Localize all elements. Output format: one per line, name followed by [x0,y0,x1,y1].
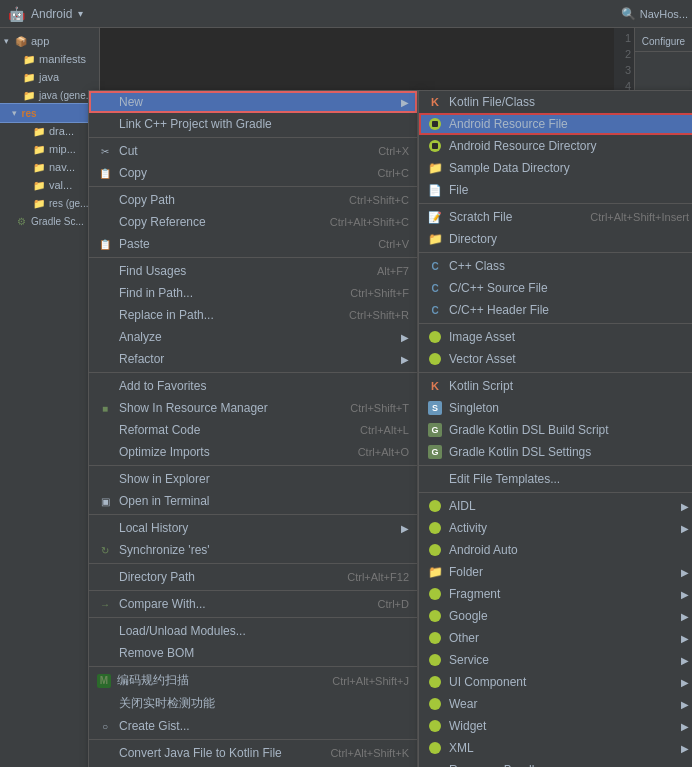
submenu-label-widget: Widget [449,719,677,733]
search-icon[interactable]: 🔍 [620,6,636,22]
submenu-label-google: Google [449,609,677,623]
tree-item-manifests[interactable]: 📁 manifests [0,50,99,68]
menu-item-analyze[interactable]: Analyze ▶ [89,326,417,348]
menu-item-convert-kotlin[interactable]: Convert Java File to Kotlin File Ctrl+Al… [89,742,417,764]
submenu-item-android-auto[interactable]: Android Auto [419,539,692,561]
tree-item-app[interactable]: ▾ 📦 app [0,32,99,50]
submenu-item-directory[interactable]: 📁 Directory [419,228,692,250]
sub-separator-5 [419,465,692,466]
submenu-item-vector-asset[interactable]: Vector Asset [419,348,692,370]
menu-item-open-terminal[interactable]: ▣ Open in Terminal [89,490,417,512]
submenu-item-sample-data-dir[interactable]: 📁 Sample Data Directory [419,157,692,179]
submenu-item-aidl[interactable]: AIDL ▶ [419,495,692,517]
svg-point-12 [429,654,441,666]
submenu-label-scratch-file: Scratch File [449,210,590,224]
manifests-icon: 📁 [22,52,36,66]
sample-data-icon: 📁 [427,160,443,176]
menu-label-refactor: Refactor [119,352,397,366]
submenu-item-widget[interactable]: Widget ▶ [419,715,692,737]
separator-1 [89,137,417,138]
submenu-item-file[interactable]: 📄 File [419,179,692,201]
copy-path-shortcut: Ctrl+Shift+C [349,194,409,206]
submenu-item-scratch-file[interactable]: 📝 Scratch File Ctrl+Alt+Shift+Insert [419,206,692,228]
submenu-item-cpp-header[interactable]: C C/C++ Header File [419,299,692,321]
tree-item-res[interactable]: ▾ res [0,104,99,122]
menu-item-find-usages[interactable]: Find Usages Alt+F7 [89,260,417,282]
menu-item-optimize-imports[interactable]: Optimize Imports Ctrl+Alt+O [89,441,417,463]
submenu-label-other: Other [449,631,677,645]
menu-item-remove-bom[interactable]: Remove BOM [89,642,417,664]
submenu-item-android-resource-dir[interactable]: Android Resource Directory [419,135,692,157]
menu-item-synchronize[interactable]: ↻ Synchronize 'res' [89,539,417,561]
tree-item-drawable[interactable]: 📁 dra... [0,122,99,140]
submenu-item-image-asset[interactable]: Image Asset [419,326,692,348]
tree-item-java-generated[interactable]: 📁 java (gene... [0,86,99,104]
submenu-item-resource-bundle[interactable]: Resource Bundle [419,759,692,767]
submenu-item-cpp-class[interactable]: C C++ Class [419,255,692,277]
submenu-item-kotlin-script[interactable]: K Kotlin Script [419,375,692,397]
menu-item-code-scan[interactable]: M 编码规约扫描 Ctrl+Alt+Shift+J [89,669,417,692]
tree-item-mipmap[interactable]: 📁 mip... [0,140,99,158]
menu-label-show-resource-manager: Show In Resource Manager [119,401,342,415]
submenu-item-service[interactable]: Service ▶ [419,649,692,671]
menu-item-new[interactable]: New ▶ [89,91,417,113]
menu-label-convert-kotlin: Convert Java File to Kotlin File [119,746,322,760]
submenu-item-fragment[interactable]: Fragment ▶ [419,583,692,605]
image-asset-icon [427,329,443,345]
submenu-item-gradle-build[interactable]: G Gradle Kotlin DSL Build Script [419,419,692,441]
submenu-item-xml[interactable]: XML ▶ [419,737,692,759]
menu-item-show-resource-manager[interactable]: ■ Show In Resource Manager Ctrl+Shift+T [89,397,417,419]
compare-shortcut: Ctrl+D [378,598,409,610]
tree-item-java[interactable]: 📁 java [0,68,99,86]
submenu-item-folder[interactable]: 📁 Folder ▶ [419,561,692,583]
configure-button[interactable]: Configure [635,32,692,52]
menu-item-disable-realtime[interactable]: 关闭实时检测功能 [89,692,417,715]
menu-item-compare-with[interactable]: → Compare With... Ctrl+D [89,593,417,615]
menu-item-copy[interactable]: 📋 Copy Ctrl+C [89,162,417,184]
submenu-item-wear[interactable]: Wear ▶ [419,693,692,715]
tree-item-nav[interactable]: 📁 nav... [0,158,99,176]
submenu-item-activity[interactable]: Activity ▶ [419,517,692,539]
menu-item-replace-in-path[interactable]: Replace in Path... Ctrl+Shift+R [89,304,417,326]
menu-item-find-in-path[interactable]: Find in Path... Ctrl+Shift+F [89,282,417,304]
tree-item-values[interactable]: 📁 val... [0,176,99,194]
optimize-shortcut: Ctrl+Alt+O [358,446,409,458]
submenu-item-other[interactable]: Other ▶ [419,627,692,649]
load-icon [97,623,113,639]
submenu-item-cpp-source[interactable]: C C/C++ Source File [419,277,692,299]
submenu-item-android-resource-file[interactable]: Android Resource File [419,113,692,135]
navhost-label[interactable]: NavHos... [636,0,692,28]
dropdown-arrow-icon[interactable]: ▾ [78,8,83,19]
menu-item-link-cpp[interactable]: Link C++ Project with Gradle [89,113,417,135]
menu-item-directory-path[interactable]: Directory Path Ctrl+Alt+F12 [89,566,417,588]
tree-item-res-generated[interactable]: 📁 res (ge... [0,194,99,212]
find-icon [97,263,113,279]
new-icon [97,94,113,110]
submenu-label-folder: Folder [449,565,677,579]
menu-item-cut[interactable]: ✂ Cut Ctrl+X [89,140,417,162]
menu-item-load-unload[interactable]: Load/Unload Modules... [89,620,417,642]
submenu-item-gradle-settings[interactable]: G Gradle Kotlin DSL Settings [419,441,692,463]
menu-item-add-favorites[interactable]: Add to Favorites [89,375,417,397]
submenu-item-edit-templates[interactable]: Edit File Templates... [419,468,692,490]
menu-item-local-history[interactable]: Local History ▶ [89,517,417,539]
tree-item-gradle[interactable]: ⚙ Gradle Sc... [0,212,99,230]
menu-item-show-explorer[interactable]: Show in Explorer [89,468,417,490]
submenu-label-singleton: Singleton [449,401,689,415]
submenu-label-android-auto: Android Auto [449,543,689,557]
title-bar-title: Android [31,7,72,21]
svg-point-13 [429,676,441,688]
menu-item-refactor[interactable]: Refactor ▶ [89,348,417,370]
activity-icon [427,520,443,536]
menu-item-reformat-code[interactable]: Reformat Code Ctrl+Alt+L [89,419,417,441]
menu-item-copy-reference[interactable]: Copy Reference Ctrl+Alt+Shift+C [89,211,417,233]
submenu-item-google[interactable]: Google ▶ [419,605,692,627]
android-resource-file-icon [427,116,443,132]
menu-label-copy-path: Copy Path [119,193,341,207]
submenu-item-ui-component[interactable]: UI Component ▶ [419,671,692,693]
menu-item-paste[interactable]: 📋 Paste Ctrl+V [89,233,417,255]
menu-item-create-gist[interactable]: ○ Create Gist... [89,715,417,737]
menu-item-copy-path[interactable]: Copy Path Ctrl+Shift+C [89,189,417,211]
submenu-item-kotlin-file[interactable]: K Kotlin File/Class [419,91,692,113]
submenu-item-singleton[interactable]: S Singleton [419,397,692,419]
